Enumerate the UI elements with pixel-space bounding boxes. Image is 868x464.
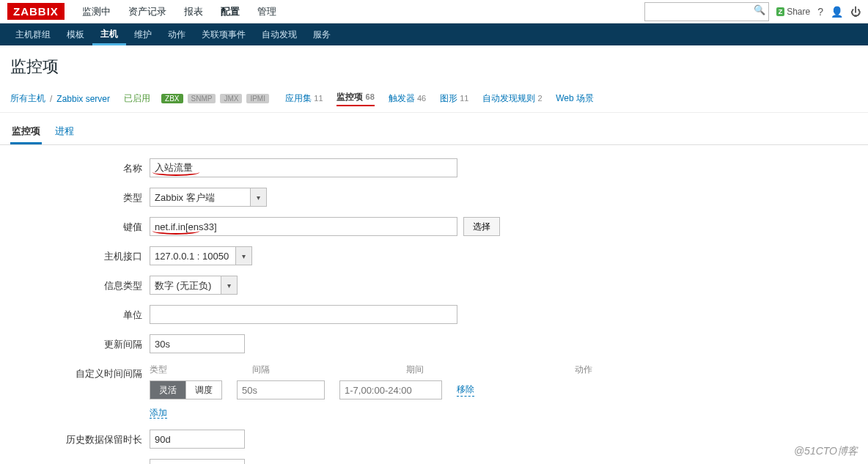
link-graphs-label: 图形 xyxy=(440,93,457,103)
link-graphs-count: 11 xyxy=(460,94,468,103)
seg-flexible[interactable]: 灵活 xyxy=(150,381,185,399)
top-right: 🔍 Z Share ? 👤 ⏻ xyxy=(644,2,861,21)
help-icon[interactable]: ? xyxy=(817,6,823,18)
input-unit[interactable] xyxy=(150,305,457,324)
link-remove-interval[interactable]: 移除 xyxy=(457,383,474,397)
link-discovery[interactable]: 自动发现规则 2 xyxy=(482,92,542,105)
subnav-correlation[interactable]: 关联项事件 xyxy=(194,24,254,45)
subnav-templates[interactable]: 模板 xyxy=(59,24,92,45)
tab-item[interactable]: 监控项 xyxy=(10,120,42,144)
nav-admin[interactable]: 管理 xyxy=(249,0,285,23)
input-history[interactable] xyxy=(150,430,245,449)
nav-monitoring[interactable]: 监测中 xyxy=(73,0,119,23)
link-items[interactable]: 监控项 68 xyxy=(336,91,375,106)
label-update-interval: 更新间隔 xyxy=(10,334,150,351)
nav-inventory[interactable]: 资产记录 xyxy=(119,0,175,23)
select-type[interactable]: Zabbix 客户端 xyxy=(150,188,267,207)
nav-configuration[interactable]: 配置 xyxy=(212,0,249,23)
share-label: Share xyxy=(787,7,810,17)
link-add-interval[interactable]: 添加 xyxy=(150,408,167,419)
label-info-type: 信息类型 xyxy=(10,276,150,292)
host-breadcrumb: 所有主机 / Zabbix server 已启用 ZBX SNMP JMX IP… xyxy=(0,85,868,113)
label-unit: 单位 xyxy=(10,305,150,322)
top-header: ZABBIX 监测中 资产记录 报表 配置 管理 🔍 Z Share ? 👤 ⏻ xyxy=(0,0,868,23)
select-info-type[interactable]: 数字 (无正负) xyxy=(150,276,238,295)
link-apps-label: 应用集 xyxy=(285,93,312,103)
link-discovery-count: 2 xyxy=(537,94,542,103)
crumb-host[interactable]: Zabbix server xyxy=(56,94,110,104)
link-items-count: 68 xyxy=(366,92,375,101)
badge-jmx: JMX xyxy=(220,94,242,103)
search-icon[interactable]: 🔍 xyxy=(754,4,765,15)
link-triggers[interactable]: 触发器 46 xyxy=(389,92,427,105)
nav-reports[interactable]: 报表 xyxy=(175,0,212,23)
z-icon: Z xyxy=(776,7,785,16)
crumb-all-hosts[interactable]: 所有主机 xyxy=(10,92,45,105)
input-trends[interactable] xyxy=(150,459,245,464)
subnav-discovery[interactable]: 自动发现 xyxy=(254,24,305,45)
link-items-label: 监控项 xyxy=(336,92,363,102)
input-name[interactable] xyxy=(150,158,457,177)
select-interface[interactable]: 127.0.0.1 : 10050 xyxy=(150,246,252,265)
top-nav: 监测中 资产记录 报表 配置 管理 xyxy=(73,0,285,23)
custom-interval-header: 类型 间隔 期间 动作 xyxy=(150,364,592,376)
subnav-maintenance[interactable]: 维护 xyxy=(126,24,160,45)
link-apps-count: 11 xyxy=(314,94,323,103)
label-name: 名称 xyxy=(10,158,150,175)
subnav-hostgroups[interactable]: 主机群组 xyxy=(7,24,59,45)
global-search: 🔍 xyxy=(644,2,769,21)
subnav-hosts[interactable]: 主机 xyxy=(92,23,126,45)
input-custom-interval[interactable] xyxy=(237,380,325,399)
link-triggers-label: 触发器 xyxy=(389,93,415,103)
link-discovery-label: 自动发现规则 xyxy=(482,93,535,103)
watermark: @51CTO博客 xyxy=(794,445,858,458)
link-web[interactable]: Web 场景 xyxy=(556,92,594,105)
badge-snmp: SNMP xyxy=(188,94,216,103)
crumb-sep: / xyxy=(50,94,52,104)
badge-ipmi: IPMI xyxy=(246,94,269,103)
label-history: 历史数据保留时长 xyxy=(10,430,150,446)
link-applications[interactable]: 应用集 11 xyxy=(285,92,323,105)
share-button[interactable]: Z Share xyxy=(776,7,811,17)
power-icon[interactable]: ⏻ xyxy=(850,6,861,18)
badge-zbx: ZBX xyxy=(161,94,183,103)
item-form: 名称 类型 Zabbix 客户端 ▾ 键值 选择 主机接口 xyxy=(0,145,868,464)
link-graphs[interactable]: 图形 11 xyxy=(440,92,469,105)
input-custom-period[interactable] xyxy=(339,380,442,399)
subnav-actions[interactable]: 动作 xyxy=(160,24,194,45)
label-interface: 主机接口 xyxy=(10,246,150,263)
input-update-interval[interactable] xyxy=(150,334,245,353)
status-enabled: 已启用 xyxy=(124,92,150,105)
custom-interval-row: 灵活 调度 移除 xyxy=(150,380,592,399)
seg-scheduling[interactable]: 调度 xyxy=(185,381,221,399)
label-trends: 趋势存储时间 xyxy=(10,459,150,464)
subnav-services[interactable]: 服务 xyxy=(305,24,339,45)
sub-nav: 主机群组 模板 主机 维护 动作 关联项事件 自动发现 服务 xyxy=(0,23,868,45)
interval-type-segment[interactable]: 灵活 调度 xyxy=(150,380,222,399)
button-key-select[interactable]: 选择 xyxy=(463,217,500,236)
inner-tabs: 监控项 进程 xyxy=(0,113,868,145)
search-input[interactable] xyxy=(644,2,769,21)
input-key[interactable] xyxy=(150,217,457,236)
page-title: 监控项 xyxy=(0,45,868,85)
label-key: 键值 xyxy=(10,217,150,234)
label-type: 类型 xyxy=(10,188,150,205)
user-icon[interactable]: 👤 xyxy=(831,6,843,18)
logo: ZABBIX xyxy=(7,3,65,20)
link-triggers-count: 46 xyxy=(417,94,426,103)
label-custom-interval: 自定义时间间隔 xyxy=(10,364,150,380)
tab-process[interactable]: 进程 xyxy=(54,120,76,144)
